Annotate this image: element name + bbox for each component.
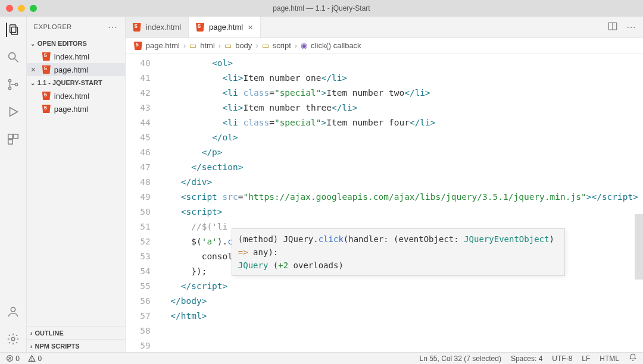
line-number: 45 [126,130,151,145]
svg-point-5 [8,87,11,89]
window-titlebar: page.html — 1.1 - jQuery-Start [0,0,643,17]
notifications-bell-icon[interactable] [629,353,637,363]
editor-more-icon[interactable]: ⋯ [626,21,636,33]
run-debug-icon[interactable] [6,105,20,119]
code-line[interactable]: </div> [160,175,638,190]
svg-rect-9 [14,134,18,139]
editor-tab[interactable]: index.html [126,17,189,37]
tab-label: index.html [146,23,181,32]
open-editor-item[interactable]: index.html [27,50,125,63]
folder-file-item[interactable]: index.html [27,89,125,102]
line-number: 52 [126,234,151,249]
file-name: page.html [54,65,88,74]
signature-help-tooltip: (method) JQuery.click(handler: (eventObj… [232,228,565,276]
explorer-title: EXPLORER [34,23,72,30]
eol-selector[interactable]: LF [582,354,590,363]
line-number: 53 [126,249,151,264]
code-editor[interactable]: 4041424344454647484950515253545556575859… [126,54,643,352]
svg-point-4 [8,80,11,82]
editor-region: index.htmlpage.html× ⋯ page.html › ▭ htm… [126,17,643,352]
breadcrumb[interactable]: page.html › ▭ html › ▭ body › ▭ script ›… [126,38,643,54]
svg-rect-10 [8,140,13,144]
folder-header[interactable]: ⌄ 1.1 - JQUERY-START [27,76,125,89]
warnings-indicator[interactable]: 0 [28,354,42,363]
line-number: 48 [126,175,151,190]
code-line[interactable]: <li class="special">Item number four</li… [160,115,638,130]
line-number: 40 [126,56,151,71]
activity-bar [0,17,27,352]
scrollbar[interactable] [635,54,643,352]
tab-label: page.html [209,23,243,32]
svg-rect-0 [10,25,15,33]
close-icon[interactable]: × [29,65,38,74]
status-bar: 0 0 Ln 55, Col 32 (7 selected) Spaces: 4… [0,352,643,364]
element-icon: ▭ [262,41,269,50]
svg-point-19 [32,360,32,360]
file-name: index.html [54,92,89,101]
code-line[interactable]: </section> [160,160,638,175]
line-number: 41 [126,71,151,86]
line-number: 49 [126,190,151,205]
settings-gear-icon[interactable] [6,332,20,346]
chevron-right-icon: › [255,41,258,50]
chevron-right-icon: › [219,41,221,50]
chevron-down-icon: ⌄ [30,80,35,86]
code-line[interactable]: </ol> [160,130,638,145]
explorer-more-icon[interactable]: ⋯ [108,21,118,33]
svg-point-2 [9,53,15,59]
svg-rect-1 [11,27,17,34]
line-number: 47 [126,160,151,175]
file-name: index.html [54,52,89,61]
source-control-icon[interactable] [6,77,20,92]
split-editor-icon[interactable] [607,21,618,33]
svg-marker-7 [10,108,17,117]
window-title: page.html — 1.1 - jQuery-Start [0,4,643,12]
code-line[interactable]: <ol> [160,56,638,71]
line-number: 43 [126,101,151,115]
html5-icon [42,105,51,113]
code-line[interactable]: <li>Item number three</li> [160,101,638,115]
open-editors-header[interactable]: ⌄ OPEN EDITORS [27,37,125,50]
svg-point-12 [11,337,15,341]
chevron-right-icon: › [295,41,297,50]
scrollbar-thumb[interactable] [635,214,643,280]
folder-file-item[interactable]: page.html [27,102,125,115]
line-number: 42 [126,86,151,101]
line-number: 54 [126,264,151,279]
code-line[interactable]: </html> [160,309,638,324]
explorer-icon[interactable] [6,23,20,37]
accounts-icon[interactable] [6,305,20,319]
chevron-right-icon: › [183,41,186,50]
html5-icon [42,92,51,100]
code-line[interactable]: <li>Item number one</li> [160,71,638,86]
errors-indicator[interactable]: 0 [6,354,20,363]
code-line[interactable]: <script src="https://ajax.googleapis.com… [160,190,638,205]
code-line[interactable]: <li class="special">Item number two</li> [160,86,638,101]
code-line[interactable]: </script> [160,279,638,294]
code-line[interactable]: <script> [160,205,638,219]
html5-icon [42,65,51,74]
html5-icon [134,42,142,50]
cursor-position[interactable]: Ln 55, Col 32 (7 selected) [420,354,501,363]
encoding-selector[interactable]: UTF-8 [552,354,572,363]
close-icon[interactable]: × [248,22,253,32]
line-number: 46 [126,145,151,160]
code-line[interactable]: </p> [160,145,638,160]
method-icon: ◉ [301,41,307,50]
line-number: 58 [126,324,151,338]
chevron-down-icon: ⌄ [30,40,35,47]
npm-scripts-header[interactable]: › NPM SCRIPTS [27,339,125,352]
search-icon[interactable] [6,50,20,64]
line-number: 50 [126,205,151,219]
language-mode[interactable]: HTML [600,354,619,363]
element-icon: ▭ [224,41,232,50]
outline-header[interactable]: › OUTLINE [27,326,125,339]
file-name: page.html [54,105,88,114]
editor-tab[interactable]: page.html× [189,17,261,37]
code-line[interactable]: </body> [160,294,638,309]
extensions-icon[interactable] [6,132,20,146]
line-number: 56 [126,294,151,309]
open-editor-item[interactable]: ×page.html [27,63,125,76]
indent-selector[interactable]: Spaces: 4 [511,354,542,363]
html5-icon [196,23,204,32]
